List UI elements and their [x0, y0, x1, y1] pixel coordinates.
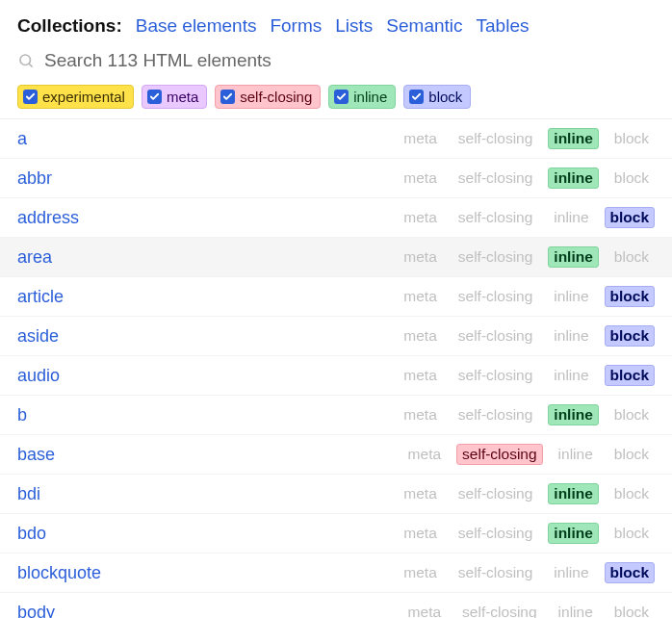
- search-icon: [17, 52, 35, 69]
- checkbox-icon: [23, 90, 38, 104]
- element-row[interactable]: asidemetaself-closinginlineblock: [0, 317, 672, 356]
- element-row[interactable]: basemetaself-closinginlineblock: [0, 435, 672, 475]
- tag-inline: inline: [553, 602, 599, 618]
- tag-selfclosing: self-closing: [456, 444, 543, 465]
- element-name-link[interactable]: address: [17, 208, 398, 228]
- filter-label: inline: [353, 89, 387, 105]
- element-row[interactable]: blockquotemetaself-closinginlineblock: [0, 554, 672, 593]
- tag-block: block: [605, 325, 655, 347]
- tag-meta: meta: [402, 444, 447, 465]
- collection-link[interactable]: Tables: [477, 15, 530, 37]
- filter-meta[interactable]: meta: [142, 85, 207, 109]
- collections-nav: Collections: Base elementsFormsListsSema…: [17, 15, 655, 37]
- filter-selfclosing[interactable]: self-closing: [215, 85, 321, 109]
- tag-selfclosing: self-closing: [456, 602, 543, 618]
- tag-meta: meta: [398, 286, 442, 307]
- tag-block: block: [608, 246, 655, 268]
- collections-label: Collections:: [17, 15, 122, 37]
- element-row[interactable]: bmetaself-closinginlineblock: [0, 396, 672, 435]
- tag-inline: inline: [548, 404, 598, 425]
- element-name-link[interactable]: a: [17, 129, 398, 149]
- tag-block: block: [605, 562, 655, 583]
- tag-inline: inline: [548, 365, 594, 386]
- element-row[interactable]: bdometaself-closinginlineblock: [0, 514, 672, 554]
- element-name-link[interactable]: bdo: [17, 524, 398, 544]
- tag-inline: inline: [548, 523, 598, 544]
- tag-meta: meta: [398, 128, 442, 149]
- element-row[interactable]: areametaself-closinginlineblock: [0, 238, 672, 277]
- filter-label: self-closing: [240, 89, 312, 105]
- tag-inline: inline: [553, 444, 599, 465]
- element-name-link[interactable]: bdi: [17, 484, 398, 504]
- collection-link[interactable]: Base elements: [136, 15, 257, 37]
- tag-inline: inline: [548, 483, 598, 504]
- tag-selfclosing: self-closing: [452, 562, 539, 583]
- tag-meta: meta: [398, 404, 442, 425]
- element-tags: metaself-closinginlineblock: [398, 286, 655, 307]
- element-row[interactable]: addressmetaself-closinginlineblock: [0, 198, 672, 238]
- tag-selfclosing: self-closing: [452, 404, 539, 425]
- search-row: [17, 50, 655, 71]
- collection-link[interactable]: Forms: [270, 15, 322, 37]
- tag-meta: meta: [398, 562, 442, 583]
- tag-block: block: [608, 167, 655, 189]
- element-tags: metaself-closinginlineblock: [398, 483, 655, 504]
- element-name-link[interactable]: body: [17, 603, 402, 619]
- filter-experimental[interactable]: experimental: [17, 85, 134, 109]
- tag-inline: inline: [548, 207, 594, 228]
- element-name-link[interactable]: article: [17, 287, 398, 307]
- element-row[interactable]: articlemetaself-closinginlineblock: [0, 277, 672, 317]
- element-name-link[interactable]: abbr: [17, 168, 398, 189]
- tag-block: block: [608, 602, 655, 618]
- element-name-link[interactable]: audio: [17, 366, 398, 386]
- tag-selfclosing: self-closing: [452, 167, 539, 189]
- tag-block: block: [605, 207, 655, 228]
- tag-selfclosing: self-closing: [452, 286, 539, 307]
- element-tags: metaself-closinginlineblock: [402, 444, 655, 465]
- element-tags: metaself-closinginlineblock: [398, 167, 655, 189]
- tag-selfclosing: self-closing: [452, 523, 539, 544]
- element-row[interactable]: abbrmetaself-closinginlineblock: [0, 159, 672, 198]
- tag-selfclosing: self-closing: [452, 365, 539, 386]
- element-name-link[interactable]: base: [17, 445, 402, 465]
- element-name-link[interactable]: b: [17, 405, 398, 425]
- tag-block: block: [605, 286, 655, 307]
- tag-inline: inline: [548, 128, 598, 149]
- filter-block[interactable]: block: [403, 85, 471, 109]
- svg-line-1: [29, 64, 33, 67]
- element-list: ametaself-closinginlineblockabbrmetaself…: [0, 118, 672, 618]
- tag-block: block: [608, 523, 655, 544]
- element-name-link[interactable]: area: [17, 247, 398, 268]
- element-row[interactable]: bodymetaself-closinginlineblock: [0, 593, 672, 618]
- element-tags: metaself-closinginlineblock: [398, 246, 655, 268]
- filter-label: meta: [167, 89, 198, 105]
- tag-meta: meta: [398, 246, 442, 268]
- filter-inline[interactable]: inline: [328, 85, 396, 109]
- element-tags: metaself-closinginlineblock: [398, 523, 655, 544]
- element-tags: metaself-closinginlineblock: [398, 365, 655, 386]
- tag-meta: meta: [402, 602, 447, 618]
- tag-inline: inline: [548, 167, 598, 189]
- tag-inline: inline: [548, 325, 594, 347]
- element-row[interactable]: ametaself-closinginlineblock: [0, 119, 672, 159]
- element-name-link[interactable]: aside: [17, 326, 398, 347]
- tag-meta: meta: [398, 365, 442, 386]
- checkbox-icon: [334, 90, 349, 104]
- checkbox-icon: [409, 90, 424, 104]
- tag-selfclosing: self-closing: [452, 128, 539, 149]
- tag-selfclosing: self-closing: [452, 246, 539, 268]
- tag-block: block: [608, 128, 655, 149]
- element-row[interactable]: bdimetaself-closinginlineblock: [0, 475, 672, 514]
- tag-block: block: [608, 444, 655, 465]
- tag-block: block: [608, 404, 655, 425]
- search-input[interactable]: [44, 50, 655, 71]
- element-row[interactable]: audiometaself-closinginlineblock: [0, 356, 672, 396]
- element-tags: metaself-closinginlineblock: [398, 207, 655, 228]
- element-tags: metaself-closinginlineblock: [398, 404, 655, 425]
- element-name-link[interactable]: blockquote: [17, 563, 398, 583]
- element-tags: metaself-closinginlineblock: [398, 562, 655, 583]
- tag-selfclosing: self-closing: [452, 483, 539, 504]
- collection-link[interactable]: Lists: [335, 15, 373, 37]
- tag-inline: inline: [548, 286, 594, 307]
- collection-link[interactable]: Semantic: [386, 15, 462, 37]
